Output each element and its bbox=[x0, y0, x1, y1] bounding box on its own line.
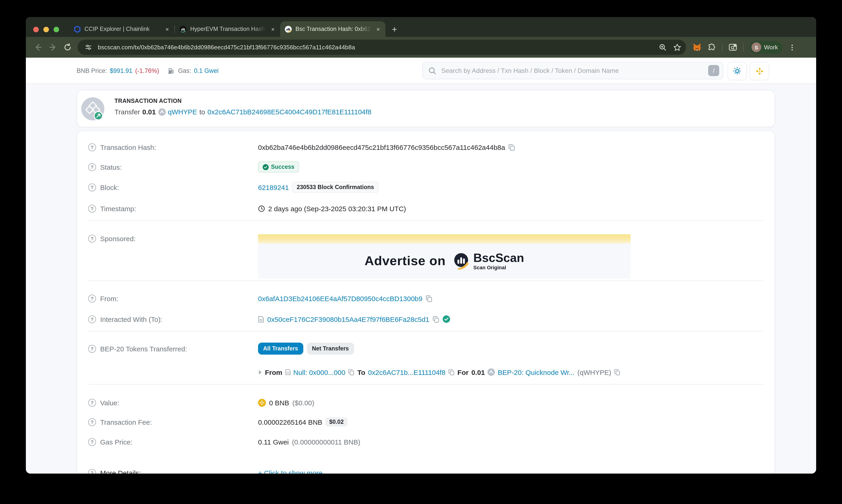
page-body: TRANSACTION ACTION Transfer 0.01 qWHYPE … bbox=[26, 84, 816, 473]
help-icon[interactable]: ? bbox=[88, 438, 96, 446]
hyperevm-favicon bbox=[179, 25, 187, 33]
qwhype-token-icon bbox=[158, 108, 166, 115]
from-address-link[interactable]: 0x6afA1D3Eb24106EE4aAf57D80950c4ccBD1300… bbox=[258, 294, 423, 302]
address-bar[interactable]: bscscan.com/tx/0xb62ba746e4b6b2dd0986eec… bbox=[78, 40, 686, 55]
value-amount: 0 BNB bbox=[269, 399, 289, 407]
more-details-label: More Details: bbox=[100, 469, 141, 473]
action-summary: Transfer 0.01 qWHYPE to 0x2c6AC71bB24698… bbox=[115, 108, 372, 116]
copy-icon[interactable] bbox=[348, 369, 355, 375]
bnb-price-value[interactable]: $991.91 bbox=[110, 67, 133, 74]
minimize-window-button[interactable] bbox=[44, 27, 49, 32]
status-badge: Success bbox=[258, 161, 299, 173]
transaction-action-card: TRANSACTION ACTION Transfer 0.01 qWHYPE … bbox=[76, 90, 775, 127]
block-number-link[interactable]: 62189241 bbox=[258, 183, 289, 191]
side-panel-search-icon[interactable] bbox=[728, 43, 737, 52]
help-icon[interactable]: ? bbox=[88, 204, 96, 212]
section-divider bbox=[88, 281, 763, 281]
transfer-from-link[interactable]: Null: 0x000...000 bbox=[293, 368, 345, 376]
copy-icon[interactable] bbox=[614, 369, 620, 375]
help-icon[interactable]: ? bbox=[88, 234, 96, 242]
transfer-token-link[interactable]: BEP-20: Quicknode Wr... bbox=[498, 368, 575, 376]
reload-icon bbox=[64, 43, 71, 51]
caret-right-icon[interactable] bbox=[258, 370, 262, 375]
interacted-address-link[interactable]: 0x50ceF176C2F39080b15Aa4E7f97f6BE6Fa28c5… bbox=[267, 315, 429, 323]
tab-close-icon[interactable]: × bbox=[165, 25, 170, 33]
action-token-link[interactable]: qWHYPE bbox=[168, 108, 197, 116]
search-icon bbox=[428, 67, 436, 74]
copy-icon[interactable] bbox=[448, 369, 455, 375]
gas-value[interactable]: 0.1 Gwei bbox=[194, 67, 219, 74]
block-confirmations-badge: 230533 Block Confirmations bbox=[292, 182, 379, 193]
sponsored-ad-banner[interactable]: Advertise on BscScan Scan bbox=[258, 234, 631, 278]
forward-button[interactable] bbox=[47, 41, 58, 53]
action-to-word: to bbox=[200, 108, 205, 116]
tab-bscscan-active[interactable]: Bsc Transaction Hash: 0xb62 × bbox=[280, 21, 385, 37]
back-button[interactable] bbox=[32, 41, 44, 53]
url-text[interactable]: bscscan.com/tx/0xb62ba746e4b6b2dd0986eec… bbox=[98, 44, 654, 51]
tab-ccip-explorer[interactable]: CCIP Explorer | Chainlink × bbox=[69, 21, 174, 37]
search-input[interactable] bbox=[441, 67, 708, 75]
transaction-fee-row: ? Transaction Fee: 0.00002265164 BNB $0.… bbox=[88, 417, 763, 427]
metamask-extension-icon[interactable] bbox=[692, 43, 702, 52]
fee-usd-badge: $0.02 bbox=[326, 417, 348, 427]
ad-brand: BscScan bbox=[474, 252, 524, 264]
copy-icon[interactable] bbox=[426, 295, 432, 302]
action-amount: 0.01 bbox=[142, 108, 156, 116]
status-text: Success bbox=[271, 164, 294, 170]
new-tab-button[interactable]: + bbox=[392, 25, 397, 34]
all-transfers-button[interactable]: All Transfers bbox=[258, 343, 303, 355]
ad-text: Advertise on bbox=[365, 254, 446, 268]
help-icon[interactable]: ? bbox=[88, 469, 96, 473]
help-icon[interactable]: ? bbox=[88, 315, 96, 323]
site-info-button[interactable] bbox=[82, 41, 94, 53]
theme-toggle-button[interactable] bbox=[727, 62, 747, 80]
action-to-address-link[interactable]: 0x2c6AC71bB24698E5C4004C49D17fE81E111104… bbox=[207, 108, 372, 116]
action-verb: Transfer bbox=[115, 108, 140, 116]
help-icon[interactable]: ? bbox=[88, 294, 96, 302]
copy-icon[interactable] bbox=[432, 316, 440, 323]
menu-kebab-icon[interactable] bbox=[788, 43, 796, 51]
extensions-puzzle-icon[interactable] bbox=[708, 43, 716, 51]
avatar: S bbox=[752, 42, 761, 52]
profile-button[interactable]: S Work bbox=[750, 41, 783, 54]
close-window-button[interactable] bbox=[33, 27, 39, 32]
help-icon[interactable]: ? bbox=[88, 345, 96, 353]
value-usd: ($0.00) bbox=[292, 399, 314, 407]
chainlink-favicon bbox=[74, 25, 81, 33]
zoom-window-button[interactable] bbox=[54, 27, 59, 32]
status-label: Status: bbox=[100, 163, 122, 171]
tab-close-icon[interactable]: × bbox=[270, 25, 276, 33]
interacted-with-row: ? Interacted With (To): 0x50ceF176C2F390… bbox=[88, 314, 763, 324]
zoom-page-icon[interactable] bbox=[659, 43, 667, 51]
more-details-toggle-link[interactable]: + Click to show more bbox=[258, 469, 323, 473]
tab-hyperevm[interactable]: HyperEVM Transaction Hash: × bbox=[175, 21, 280, 37]
toolbar-divider bbox=[722, 43, 722, 52]
search-bar: / bbox=[423, 62, 723, 79]
transfer-to-word: To bbox=[357, 368, 365, 376]
gas-label: Gas: bbox=[178, 67, 191, 74]
help-icon[interactable]: ? bbox=[88, 418, 96, 426]
sun-icon bbox=[733, 67, 741, 75]
timestamp-row: ? Timestamp: 2 days ago (Sep-23-2025 03:… bbox=[88, 203, 763, 214]
copy-icon[interactable] bbox=[508, 144, 515, 150]
bookmark-star-icon[interactable] bbox=[673, 43, 681, 51]
net-transfers-button[interactable]: Net Transfers bbox=[307, 343, 354, 355]
transfer-token-symbol: (qWHYPE) bbox=[578, 368, 612, 376]
sponsored-label: Sponsored: bbox=[100, 234, 136, 242]
gas-price-alt: (0.00000000011 BNB) bbox=[292, 438, 360, 446]
help-icon[interactable]: ? bbox=[88, 163, 96, 171]
help-icon[interactable]: ? bbox=[88, 143, 96, 151]
help-icon[interactable]: ? bbox=[88, 183, 96, 191]
reload-button[interactable] bbox=[62, 41, 73, 53]
toolbar-divider bbox=[743, 43, 744, 52]
help-icon[interactable]: ? bbox=[88, 399, 96, 407]
tab-title: Bsc Transaction Hash: 0xb62 bbox=[295, 26, 372, 32]
transfer-amount: 0.01 bbox=[471, 368, 485, 376]
gas-price-label: Gas Price: bbox=[100, 438, 133, 446]
tab-close-icon[interactable]: × bbox=[376, 25, 381, 33]
bep20-label: BEP-20 Tokens Transferred: bbox=[100, 345, 187, 353]
bscscan-favicon bbox=[285, 25, 292, 33]
transfer-to-link[interactable]: 0x2c6AC71b...E111104f8 bbox=[368, 368, 445, 376]
network-switcher-button[interactable] bbox=[750, 62, 769, 80]
tabs: CCIP Explorer | Chainlink × HyperEVM Tra… bbox=[69, 20, 397, 37]
